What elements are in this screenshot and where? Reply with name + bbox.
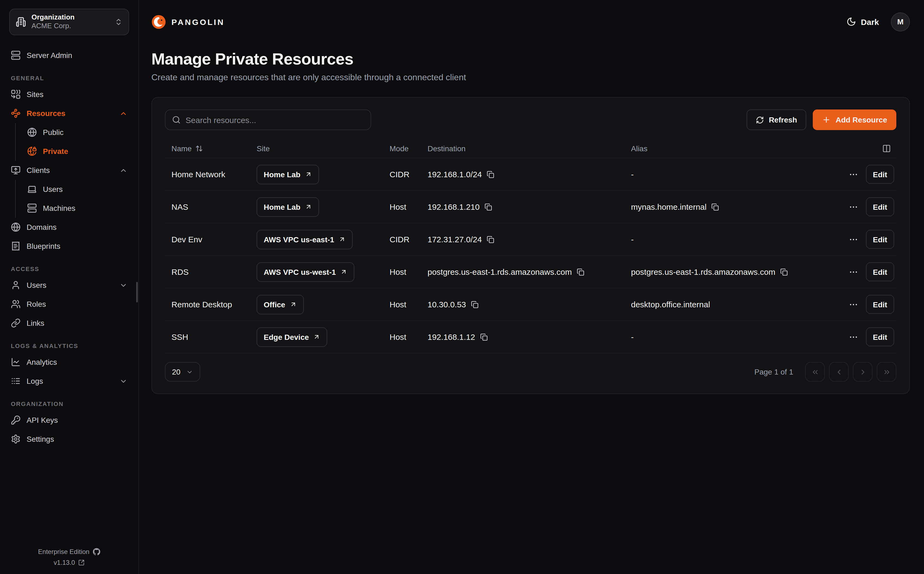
globe-icon (11, 222, 21, 232)
top-bar: PANGOLIN Dark M (151, 10, 910, 34)
mode-value: Host (389, 267, 407, 276)
copy-icon[interactable] (480, 333, 487, 341)
server-icon (27, 203, 37, 213)
copy-icon[interactable] (484, 203, 492, 211)
section-label-general: GENERAL (11, 74, 129, 81)
copy-icon[interactable] (471, 301, 479, 308)
version-link[interactable]: v1.13.0 (9, 559, 129, 566)
edit-button[interactable]: Edit (866, 230, 894, 249)
edit-button[interactable]: Edit (866, 295, 894, 314)
row-menu-button[interactable] (848, 235, 858, 244)
row-menu-button[interactable] (848, 202, 858, 212)
arrow-up-right-icon (290, 301, 296, 308)
resource-name: Remote Desktop (171, 300, 232, 309)
sidebar-item-server-admin[interactable]: Server Admin (9, 46, 129, 65)
waypoints-icon (11, 109, 21, 118)
copy-icon[interactable] (780, 268, 788, 276)
sidebar-item-links[interactable]: Links (9, 314, 129, 333)
resource-name: RDS (171, 267, 188, 276)
sidebar-item-users[interactable]: Users (9, 276, 129, 295)
chevron-up-icon (119, 109, 128, 117)
laptop-icon (27, 184, 37, 194)
sidebar-item-private[interactable]: Private (25, 142, 129, 161)
mode-value: CIDR (389, 235, 409, 244)
chevron-down-icon (119, 377, 128, 385)
sidebar-item-logs[interactable]: Logs (9, 372, 129, 391)
column-header-name[interactable]: Name (165, 144, 250, 153)
sort-icon (196, 144, 203, 152)
edition-link[interactable]: Enterprise Edition (9, 548, 129, 555)
chevron-down-icon (186, 368, 193, 375)
search-box (165, 109, 371, 130)
resource-name: Home Network (171, 170, 225, 179)
site-link[interactable]: Edge Device (256, 327, 328, 347)
sidebar-item-public[interactable]: Public (25, 123, 129, 142)
org-label: Organization (32, 13, 109, 22)
sidebar-item-analytics[interactable]: Analytics (9, 353, 129, 372)
plus-icon (822, 115, 831, 124)
monitor-up-icon (11, 165, 21, 175)
resource-name: SSH (171, 332, 188, 341)
org-name: ACME Corp. (32, 22, 109, 31)
copy-icon[interactable] (487, 170, 494, 178)
site-link[interactable]: Office (256, 295, 304, 314)
copy-icon[interactable] (711, 203, 719, 211)
edit-button[interactable]: Edit (866, 165, 894, 184)
copy-icon[interactable] (487, 235, 494, 243)
first-page-button[interactable] (805, 362, 825, 382)
edit-button[interactable]: Edit (866, 262, 894, 281)
next-page-button[interactable] (853, 362, 872, 382)
sidebar-item-machines[interactable]: Machines (25, 199, 129, 218)
logs-icon (11, 376, 21, 386)
previous-page-button[interactable] (829, 362, 848, 382)
site-link[interactable]: AWS VPC us-east-1 (256, 230, 353, 249)
columns-toggle-icon[interactable] (882, 144, 891, 153)
sidebar-item-clients[interactable]: Clients (9, 161, 129, 180)
edit-button[interactable]: Edit (866, 197, 894, 216)
sidebar-item-blueprints[interactable]: Blueprints (9, 237, 129, 255)
user-icon (11, 280, 21, 290)
org-switcher[interactable]: Organization ACME Corp. (9, 9, 129, 35)
site-link[interactable]: Home Lab (256, 164, 319, 184)
server-icon (11, 50, 21, 60)
site-link[interactable]: Home Lab (256, 197, 319, 216)
page-size-select[interactable]: 20 (165, 362, 200, 382)
column-header-destination: Destination (421, 144, 625, 153)
sidebar-item-sites[interactable]: Sites (9, 85, 129, 104)
column-header-alias: Alias (625, 144, 815, 153)
destination-value: 172.31.27.0/24 (427, 235, 482, 244)
sidebar-item-resources[interactable]: Resources (9, 104, 129, 123)
sidebar-item-roles[interactable]: Roles (9, 295, 129, 314)
section-label-access: ACCESS (11, 265, 129, 272)
sidebar-item-client-users[interactable]: Users (25, 180, 129, 199)
theme-toggle[interactable]: Dark (846, 17, 879, 27)
table-header: Name Site Mode Destination Alias (165, 139, 896, 158)
sidebar-item-domains[interactable]: Domains (9, 218, 129, 237)
refresh-button[interactable]: Refresh (747, 109, 806, 130)
pangolin-logo-icon (151, 14, 166, 29)
row-menu-button[interactable] (848, 169, 858, 179)
destination-value: 10.30.0.53 (427, 300, 466, 309)
avatar[interactable]: M (891, 12, 910, 31)
sidebar-item-settings[interactable]: Settings (9, 430, 129, 448)
moon-icon (846, 17, 856, 27)
resources-card: Refresh Add Resource Name Site Mode Dest… (151, 97, 910, 394)
destination-value: 192.168.1.0/24 (427, 170, 482, 179)
chevrons-up-down-icon (114, 18, 123, 26)
arrow-up-right-icon (340, 268, 347, 275)
building-icon (16, 17, 26, 27)
search-input[interactable] (185, 115, 364, 125)
alias-value: mynas.home.internal (631, 202, 706, 211)
row-menu-button[interactable] (848, 267, 858, 277)
sidebar-scrollbar[interactable] (136, 282, 138, 303)
sidebar-item-api-keys[interactable]: API Keys (9, 411, 129, 430)
add-resource-button[interactable]: Add Resource (813, 109, 896, 130)
last-page-button[interactable] (877, 362, 896, 382)
copy-icon[interactable] (577, 268, 584, 276)
row-menu-button[interactable] (848, 300, 858, 309)
edit-button[interactable]: Edit (866, 327, 894, 346)
row-menu-button[interactable] (848, 332, 858, 342)
table-row: Dev Env AWS VPC us-east-1 CIDR 172.31.27… (165, 223, 896, 256)
brand-name: PANGOLIN (171, 17, 225, 26)
site-link[interactable]: AWS VPC us-west-1 (256, 262, 354, 282)
